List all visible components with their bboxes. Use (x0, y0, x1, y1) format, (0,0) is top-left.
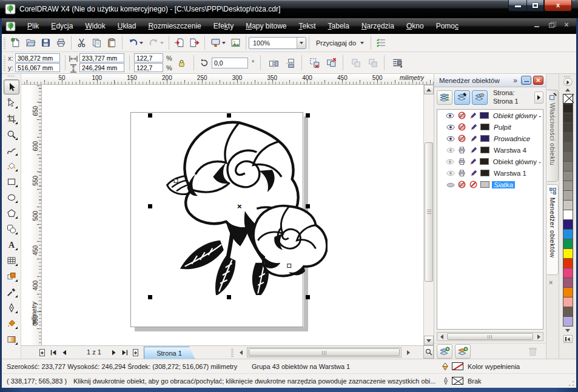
layer-color-swatch[interactable] (480, 135, 489, 142)
selection-handle-se[interactable] (306, 295, 310, 299)
layer-name[interactable]: Pulpit (492, 124, 513, 131)
docker-minimize-button[interactable] (521, 76, 531, 85)
no-print-icon[interactable] (457, 111, 466, 119)
no-edit-pencil-icon[interactable] (469, 181, 478, 188)
edit-pencil-icon[interactable] (468, 111, 477, 119)
tool-pick[interactable] (4, 79, 19, 95)
menu-item-tekst[interactable]: Tekst (294, 19, 321, 33)
visibility-eye-closed-icon[interactable] (446, 181, 455, 188)
add-page-end-button[interactable] (130, 347, 141, 357)
layer-row[interactable]: Warstwa 4 (437, 144, 543, 156)
print-enabled-icon[interactable] (457, 146, 466, 154)
tab-object-manager[interactable]: Menedżer obiektów (547, 184, 559, 275)
selection-handle-w[interactable] (148, 204, 152, 208)
last-page-button[interactable] (119, 347, 130, 357)
scroll-left-icon[interactable] (236, 347, 246, 357)
no-print-icon[interactable] (457, 135, 466, 142)
docker-scroll-left-icon[interactable] (437, 333, 446, 340)
tool-eyedropper[interactable] (4, 284, 19, 299)
palette-swatch[interactable] (563, 278, 573, 288)
layer-row[interactable]: Siatka (437, 179, 543, 190)
palette-swatch[interactable] (563, 297, 573, 307)
menu-item-tabela[interactable]: Tabela (323, 19, 355, 33)
import-button[interactable] (172, 36, 187, 50)
menu-item-rozmieszczenie[interactable]: Rozmieszczenie (143, 19, 206, 33)
h-ruler[interactable]: milimetry 50100150200250300350400450500 (21, 74, 434, 85)
tool-outline[interactable] (4, 300, 19, 315)
cut-button[interactable] (74, 36, 89, 50)
doc-restore-icon[interactable] (548, 21, 556, 28)
window-minimize-button[interactable] (508, 0, 526, 12)
window-maximize-button[interactable] (526, 0, 544, 12)
layer-color-swatch[interactable] (480, 124, 489, 130)
print-button[interactable] (53, 36, 69, 50)
ungroup-button[interactable] (307, 56, 322, 70)
palette-scroll-up-icon[interactable] (563, 87, 573, 93)
palette-swatch[interactable] (563, 171, 573, 181)
menu-item-mapy-bitowe[interactable]: Mapy bitowe (240, 19, 292, 33)
export-button[interactable] (187, 36, 202, 50)
no-color-swatch[interactable] (563, 94, 573, 104)
layer-color-swatch[interactable] (480, 147, 489, 153)
navigator-icon[interactable] (423, 345, 434, 359)
doc-minimize-icon[interactable] (534, 21, 541, 28)
palette-swatch[interactable] (563, 191, 573, 201)
visibility-eye-icon[interactable] (446, 158, 455, 165)
palette-swatch[interactable] (563, 259, 573, 268)
new-document-button[interactable] (8, 36, 23, 50)
selection-handle-e[interactable] (306, 204, 310, 208)
edit-pencil-icon[interactable] (469, 135, 478, 142)
resize-grip[interactable] (568, 380, 574, 387)
menu-item-plik[interactable]: Plik (22, 19, 44, 33)
layer-color-swatch[interactable] (480, 112, 489, 119)
tool-fill[interactable] (4, 316, 19, 331)
lock-ratio-button[interactable] (174, 56, 189, 70)
previous-page-button[interactable] (59, 347, 69, 357)
scale-y-input[interactable] (134, 63, 163, 72)
visibility-eye-icon[interactable] (446, 169, 455, 177)
rose-clipart-object[interactable] (156, 115, 328, 295)
palette-swatch[interactable] (563, 162, 573, 171)
no-print-icon[interactable] (457, 181, 466, 188)
rotation-angle-input[interactable] (212, 58, 248, 68)
docker-close-button[interactable]: ✕ (533, 76, 543, 85)
first-page-button[interactable] (48, 347, 58, 357)
layer-row[interactable]: Prowadnice (437, 133, 543, 144)
tool-interactive-blend[interactable] (4, 268, 19, 284)
layer-name[interactable]: Siatka (492, 181, 515, 188)
palette-swatch[interactable] (563, 307, 573, 317)
tool-basic-shapes[interactable] (4, 221, 19, 236)
palette-flyout-icon[interactable] (563, 78, 573, 86)
docker-chevron-icon[interactable]: » (513, 76, 517, 85)
layer-name[interactable]: Warstwa 4 (492, 147, 528, 154)
object-width-input[interactable] (79, 53, 124, 62)
page-tab-strona-1[interactable]: Strona 1 (144, 347, 195, 359)
h-scrollbar-thumb[interactable] (249, 348, 400, 356)
scroll-right-icon[interactable] (403, 347, 414, 357)
tab-object-properties[interactable]: Właściwości obiektu (547, 90, 559, 182)
v-scrollbar-thumb[interactable] (425, 142, 433, 282)
layer-row[interactable]: Pulpit (437, 121, 543, 133)
palette-swatch[interactable] (563, 239, 573, 249)
tabstrip-close-icon[interactable]: × (549, 279, 553, 286)
menu-item-edycja[interactable]: Edycja (45, 19, 78, 33)
edit-pencil-icon[interactable] (469, 123, 478, 131)
layer-row[interactable]: Obiekt główny - (437, 110, 543, 121)
palette-swatch[interactable] (563, 317, 573, 327)
tool-table[interactable] (4, 253, 19, 268)
tool-ellipse[interactable] (4, 190, 19, 205)
selection-handle-ne[interactable] (306, 113, 310, 118)
tool-shape[interactable] (4, 95, 19, 110)
visibility-eye-icon[interactable] (446, 146, 455, 154)
palette-swatch[interactable] (563, 133, 573, 142)
menu-item-widok[interactable]: Widok (79, 19, 110, 33)
redo-button[interactable] (146, 36, 166, 50)
palette-swatch[interactable] (563, 230, 573, 239)
palette-expand-icon[interactable] (563, 335, 573, 343)
object-x-input[interactable] (15, 53, 60, 62)
visibility-eye-icon[interactable] (446, 135, 455, 142)
h-scrollbar[interactable] (247, 347, 402, 357)
undo-button[interactable] (125, 36, 146, 50)
paste-button[interactable] (104, 36, 119, 50)
application-launcher-button[interactable] (207, 36, 228, 50)
